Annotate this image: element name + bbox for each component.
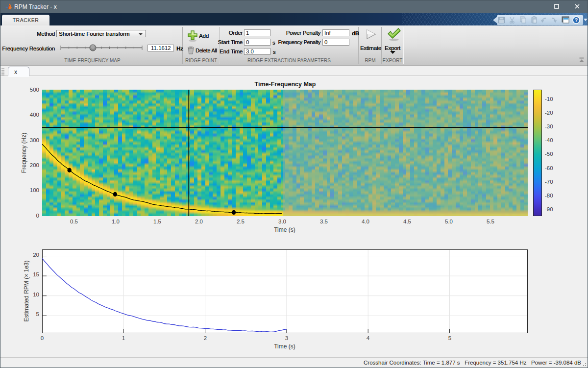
svg-text:?: ?: [575, 17, 578, 23]
